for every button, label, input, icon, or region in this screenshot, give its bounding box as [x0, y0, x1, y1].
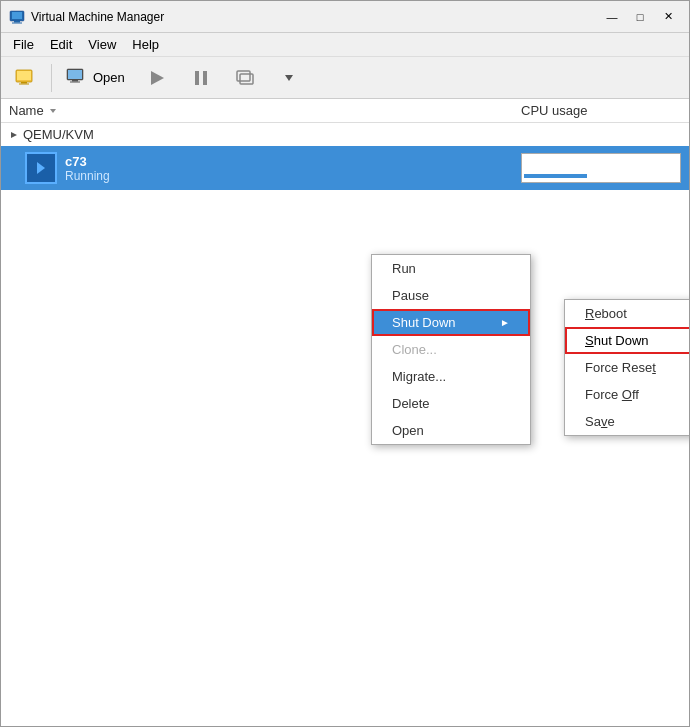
close-button[interactable]: ✕	[655, 7, 681, 27]
menu-item-delete[interactable]: Delete	[372, 390, 530, 417]
run-icon	[145, 66, 169, 90]
svg-rect-5	[17, 71, 31, 80]
window-title: Virtual Machine Manager	[31, 10, 599, 24]
svg-rect-3	[12, 22, 22, 23]
submenu-item-force-off[interactable]: Force Off	[565, 381, 689, 408]
menu-view[interactable]: View	[80, 35, 124, 54]
svg-rect-6	[21, 82, 27, 84]
app-icon	[9, 9, 25, 25]
open-button[interactable]: Open	[56, 61, 134, 95]
submenu-arrow-icon: ►	[500, 317, 510, 328]
run-button[interactable]	[136, 61, 178, 95]
submenu: Reboot Shut Down Force Reset Force Off S…	[564, 299, 689, 436]
menu-file[interactable]: File	[5, 35, 42, 54]
submenu-item-save[interactable]: Save	[565, 408, 689, 435]
window-controls: — □ ✕	[599, 7, 681, 27]
svg-rect-2	[14, 21, 20, 23]
context-menu: Run Pause Shut Down ► Clone... Migrate..…	[371, 254, 531, 445]
main-content: Name CPU usage QEMU/KVM	[1, 99, 689, 726]
maximize-button[interactable]: □	[627, 7, 653, 27]
svg-rect-7	[19, 83, 29, 84]
submenu-item-reboot[interactable]: Reboot	[565, 300, 689, 327]
context-menu-overlay: Run Pause Shut Down ► Clone... Migrate..…	[1, 99, 689, 726]
svg-marker-12	[151, 71, 164, 85]
svg-rect-9	[68, 70, 82, 79]
snapshot-icon	[233, 66, 257, 90]
menu-item-open[interactable]: Open	[372, 417, 530, 444]
menu-edit[interactable]: Edit	[42, 35, 80, 54]
svg-rect-11	[70, 81, 80, 82]
svg-rect-14	[203, 71, 207, 85]
submenu-item-force-reset[interactable]: Force Reset	[565, 354, 689, 381]
toolbar-sep-1	[51, 64, 52, 92]
snapshot-button[interactable]	[224, 61, 266, 95]
dropdown-icon	[277, 66, 301, 90]
svg-rect-1	[12, 12, 22, 19]
svg-rect-15	[237, 71, 250, 81]
svg-rect-16	[240, 74, 253, 84]
toolbar: Open	[1, 57, 689, 99]
pause-icon	[189, 66, 213, 90]
svg-rect-10	[72, 80, 78, 82]
new-vm-icon	[14, 66, 38, 90]
open-label: Open	[93, 70, 125, 85]
monitor-icon	[65, 66, 89, 90]
menu-item-migrate[interactable]: Migrate...	[372, 363, 530, 390]
menubar: File Edit View Help	[1, 33, 689, 57]
new-vm-button[interactable]	[5, 61, 47, 95]
titlebar: Virtual Machine Manager — □ ✕	[1, 1, 689, 33]
pause-button[interactable]	[180, 61, 222, 95]
minimize-button[interactable]: —	[599, 7, 625, 27]
menu-item-shutdown[interactable]: Shut Down ►	[372, 309, 530, 336]
menu-item-run[interactable]: Run	[372, 255, 530, 282]
menu-item-pause[interactable]: Pause	[372, 282, 530, 309]
svg-marker-17	[285, 75, 293, 81]
menu-help[interactable]: Help	[124, 35, 167, 54]
dropdown-button[interactable]	[268, 61, 310, 95]
submenu-item-shutdown[interactable]: Shut Down	[565, 327, 689, 354]
svg-rect-13	[195, 71, 199, 85]
menu-item-clone[interactable]: Clone...	[372, 336, 530, 363]
main-window: Virtual Machine Manager — □ ✕ File Edit …	[0, 0, 690, 727]
